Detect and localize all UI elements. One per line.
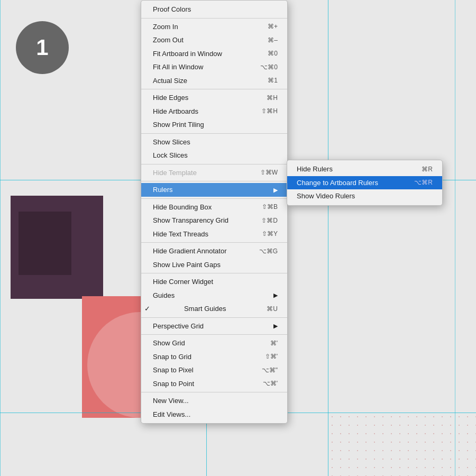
guides-arrow-icon: ▶ [273, 291, 278, 300]
view-menu: Proof Colors Zoom In ⌘+ Zoom Out ⌘– Fit … [141, 0, 288, 424]
menu-shortcut-fit-all: ⌥⌘0 [260, 62, 278, 72]
menu-shortcut-hide-gradient-annotator: ⌥⌘G [259, 246, 278, 256]
menu-label-show-print-tiling: Show Print Tiling [153, 120, 204, 130]
submenu-label-hide-rulers: Hide Rulers [297, 164, 333, 175]
menu-shortcut-snap-to-pixel: ⌥⌘" [262, 365, 278, 375]
menu-item-hide-bounding-box[interactable]: Hide Bounding Box ⇧⌘B [141, 200, 287, 214]
smart-guides-check: ✓ [144, 304, 153, 314]
submenu-label-show-video-rulers: Show Video Rulers [297, 191, 355, 202]
menu-label-smart-guides: Smart Guides [184, 304, 226, 314]
menu-label-hide-template: Hide Template [153, 168, 197, 178]
menu-shortcut-snap-to-point: ⌥⌘' [263, 379, 278, 388]
menu-item-show-transparency-grid[interactable]: Show Transparency Grid ⇧⌘D [141, 214, 287, 227]
menu-label-fit-artboard: Fit Artboard in Window [153, 49, 222, 59]
menu-item-show-slices[interactable]: Show Slices [141, 135, 287, 149]
menu-item-zoom-out[interactable]: Zoom Out ⌘– [141, 33, 287, 47]
menu-item-lock-slices[interactable]: Lock Slices [141, 149, 287, 162]
menu-item-snap-to-pixel[interactable]: Snap to Pixel ⌥⌘" [141, 363, 287, 377]
menu-item-zoom-in[interactable]: Zoom In ⌘+ [141, 20, 287, 34]
sep9 [141, 317, 287, 318]
menu-shortcut-zoom-out: ⌘– [268, 35, 278, 45]
grid-line-v4 [455, 0, 455, 476]
menu-label-hide-edges: Hide Edges [153, 93, 188, 103]
menu-item-fit-artboard[interactable]: Fit Artboard in Window ⌘0 [141, 47, 287, 61]
menu-label-show-transparency-grid: Show Transparency Grid [153, 215, 228, 226]
menu-shortcut-show-transparency-grid: ⇧⌘D [261, 216, 278, 225]
menu-item-show-print-tiling[interactable]: Show Print Tiling [141, 118, 287, 132]
submenu-item-hide-rulers[interactable]: Hide Rulers ⌘R [287, 162, 442, 176]
menu-shortcut-hide-text-threads: ⇧⌘Y [262, 229, 278, 239]
sep7 [141, 242, 287, 243]
menu-shortcut-show-grid: ⌘' [270, 338, 278, 348]
menu-label-rulers: Rulers [153, 185, 173, 195]
menu-shortcut-snap-to-grid: ⇧⌘' [265, 352, 278, 361]
rulers-arrow-icon: ▶ [273, 186, 278, 195]
sep4 [141, 164, 287, 164]
menu-shortcut-fit-artboard: ⌘0 [268, 49, 278, 58]
sep11 [141, 392, 287, 392]
menu-item-show-live-paint-gaps[interactable]: Show Live Paint Gaps [141, 258, 287, 272]
menu-item-actual-size[interactable]: Actual Size ⌘1 [141, 74, 287, 88]
rulers-submenu: Hide Rulers ⌘R Change to Artboard Rulers… [287, 160, 443, 206]
menu-label-new-view: New View... [153, 396, 189, 406]
menu-label-edit-views: Edit Views... [153, 409, 190, 420]
menu-item-new-view[interactable]: New View... [141, 394, 287, 408]
menu-label-zoom-in: Zoom In [153, 22, 178, 32]
menu-label-hide-bounding-box: Hide Bounding Box [153, 202, 212, 213]
menu-shortcut-smart-guides: ⌘U [267, 304, 278, 314]
submenu-item-show-video-rulers[interactable]: Show Video Rulers [287, 189, 442, 203]
menu-label-zoom-out: Zoom Out [153, 35, 184, 45]
menu-item-rulers[interactable]: Rulers ▶ [141, 183, 287, 197]
menu-label-snap-to-point: Snap to Point [153, 379, 194, 389]
menu-item-edit-views[interactable]: Edit Views... [141, 408, 287, 422]
menu-item-fit-all[interactable]: Fit All in Window ⌥⌘0 [141, 60, 287, 74]
menu-item-hide-edges[interactable]: Hide Edges ⌘H [141, 91, 287, 105]
menu-item-proof-colors[interactable]: Proof Colors [141, 3, 287, 16]
menu-label-proof-colors: Proof Colors [153, 4, 191, 15]
menu-item-guides[interactable]: Guides ▶ [141, 289, 287, 303]
perspective-grid-arrow-icon: ▶ [273, 322, 278, 331]
menu-label-fit-all: Fit All in Window [153, 62, 203, 72]
menu-shortcut-zoom-in: ⌘+ [268, 22, 278, 31]
submenu-shortcut-change-artboard-rulers: ⌥⌘R [414, 178, 433, 187]
menu-item-hide-template[interactable]: Hide Template ⇧⌘W [141, 166, 287, 180]
menu-shortcut-hide-artboards: ⇧⌘H [261, 106, 278, 116]
sep6 [141, 198, 287, 199]
menu-label-snap-to-pixel: Snap to Pixel [153, 365, 194, 376]
grid-line-v3 [0, 0, 1, 476]
dark-inner-rect [19, 212, 71, 275]
menu-item-hide-text-threads[interactable]: Hide Text Threads ⇧⌘Y [141, 227, 287, 241]
submenu-item-change-artboard-rulers[interactable]: Change to Artboard Rulers ⌥⌘R [287, 176, 442, 190]
sep3 [141, 133, 287, 134]
menu-item-perspective-grid[interactable]: Perspective Grid ▶ [141, 319, 287, 333]
menu-shortcut-hide-edges: ⌘H [267, 93, 278, 103]
submenu-label-change-artboard-rulers: Change to Artboard Rulers [297, 178, 378, 188]
menu-item-hide-gradient-annotator[interactable]: Hide Gradient Annotator ⌥⌘G [141, 244, 287, 258]
menu-label-show-live-paint-gaps: Show Live Paint Gaps [153, 260, 221, 270]
menu-shortcut-hide-bounding-box: ⇧⌘B [262, 202, 278, 212]
sep8 [141, 273, 287, 273]
sep10 [141, 334, 287, 335]
menu-label-hide-gradient-annotator: Hide Gradient Annotator [153, 246, 226, 257]
menu-item-smart-guides[interactable]: ✓ Smart Guides ⌘U [141, 302, 287, 316]
menu-shortcut-hide-template: ⇧⌘W [260, 168, 278, 177]
submenu-shortcut-hide-rulers: ⌘R [422, 164, 433, 174]
menu-label-perspective-grid: Perspective Grid [153, 321, 204, 332]
sep5 [141, 181, 287, 181]
menu-item-hide-corner-widget[interactable]: Hide Corner Widget [141, 275, 287, 289]
menu-label-lock-slices: Lock Slices [153, 150, 188, 161]
menu-item-snap-to-grid[interactable]: Snap to Grid ⇧⌘' [141, 350, 287, 364]
menu-label-snap-to-grid: Snap to Grid [153, 352, 191, 362]
menu-item-hide-artboards[interactable]: Hide Artboards ⇧⌘H [141, 105, 287, 118]
menu-label-hide-text-threads: Hide Text Threads [153, 229, 208, 240]
sep2 [141, 89, 287, 89]
sep1 [141, 18, 287, 19]
menu-label-hide-corner-widget: Hide Corner Widget [153, 277, 213, 287]
step-number: 1 [16, 21, 69, 74]
menu-shortcut-actual-size: ⌘1 [268, 76, 278, 85]
menu-item-show-grid[interactable]: Show Grid ⌘' [141, 336, 287, 350]
menu-item-snap-to-point[interactable]: Snap to Point ⌥⌘' [141, 377, 287, 391]
grid-line-v2 [328, 0, 328, 476]
dot-pattern [328, 413, 476, 476]
menu-label-show-grid: Show Grid [153, 338, 185, 349]
